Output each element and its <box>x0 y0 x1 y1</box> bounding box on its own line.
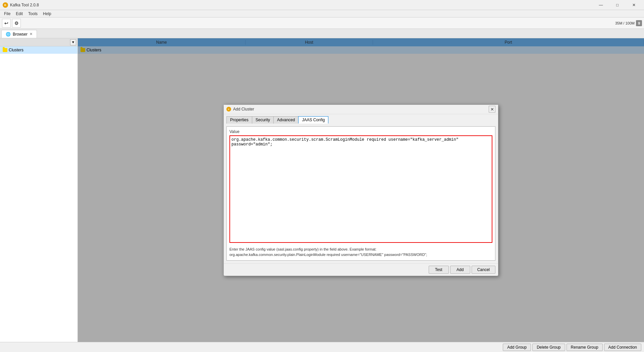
rename-group-button[interactable]: Rename Group <box>567 344 603 351</box>
dialog-close-button[interactable]: ✕ <box>489 106 495 113</box>
menu-tools[interactable]: Tools <box>25 11 40 17</box>
tab-browser-close[interactable]: ✕ <box>30 32 33 36</box>
menu-file[interactable]: File <box>1 11 13 17</box>
add-cluster-dialog: K Add Cluster ✕ Properties Security Adva… <box>223 104 498 276</box>
sidebar: ▼ Clusters <box>0 38 78 342</box>
tab-properties-label: Properties <box>230 118 249 122</box>
sidebar-collapse-btn[interactable]: ▼ <box>70 39 76 45</box>
menu-bar: File Edit Tools Help <box>0 10 644 17</box>
sidebar-item-clusters[interactable]: Clusters <box>0 46 77 54</box>
add-group-button[interactable]: Add Group <box>503 344 531 351</box>
help-text-line1: Enter the JAAS config value (sasl.jaas.c… <box>229 247 376 251</box>
window-controls: — □ ✕ <box>593 0 641 10</box>
main-layout: ▼ Clusters Name Host Port Clusters <box>0 38 644 342</box>
toolbar: ↩ ⚙ 35M / 100M 🗑 <box>0 17 644 29</box>
dialog-inner: Value Enter the JAAS config value (sasl.… <box>226 126 495 261</box>
memory-icon: 🗑 <box>636 20 642 26</box>
dialog-title-bar: K Add Cluster ✕ <box>224 105 498 114</box>
delete-group-button[interactable]: Delete Group <box>532 344 565 351</box>
tab-browser-label: Browser <box>13 32 28 37</box>
tab-bar: 🌐 Browser ✕ <box>0 29 644 38</box>
app-title: Kafka Tool 2.0.8 <box>10 3 593 7</box>
tab-advanced[interactable]: Advanced <box>273 116 299 124</box>
toolbar-btn-2[interactable]: ⚙ <box>12 19 21 28</box>
tab-jaas-config-label: JAAS Config <box>302 118 325 122</box>
content-area: Name Host Port Clusters K Add Cluster ✕ <box>78 38 644 342</box>
test-button[interactable]: Test <box>429 266 449 274</box>
menu-help[interactable]: Help <box>40 11 54 17</box>
dialog-overlay: K Add Cluster ✕ Properties Security Adva… <box>78 38 644 342</box>
sidebar-clusters-label: Clusters <box>9 48 23 52</box>
dialog-tabs: Properties Security Advanced JAAS Config <box>224 114 498 124</box>
maximize-button[interactable]: □ <box>610 0 625 10</box>
app-icon: K <box>3 2 8 8</box>
tab-security-label: Security <box>256 118 270 122</box>
dialog-title-icon: K <box>226 107 231 112</box>
value-textarea[interactable] <box>229 135 492 243</box>
tab-browser-icon: 🌐 <box>6 32 11 37</box>
sidebar-header: ▼ <box>0 38 77 46</box>
help-text-line2: org.apache.kafka.common.security.plain.P… <box>229 253 427 257</box>
toolbar-btn-1[interactable]: ↩ <box>2 19 11 28</box>
tab-browser[interactable]: 🌐 Browser ✕ <box>1 30 37 38</box>
add-connection-button[interactable]: Add Connection <box>604 344 641 351</box>
minimize-button[interactable]: — <box>593 0 608 10</box>
tab-jaas-config[interactable]: JAAS Config <box>298 116 328 124</box>
tab-properties[interactable]: Properties <box>226 116 252 124</box>
dialog-content: Value Enter the JAAS config value (sasl.… <box>224 124 498 263</box>
tab-advanced-label: Advanced <box>277 118 295 122</box>
cancel-button[interactable]: Cancel <box>472 266 495 274</box>
add-button[interactable]: Add <box>450 266 470 274</box>
bottom-bar: Add Group Delete Group Rename Group Add … <box>0 342 644 352</box>
memory-text: 35M / 100M <box>615 21 635 25</box>
dialog-title-text: Add Cluster <box>233 107 489 112</box>
help-text: Enter the JAAS config value (sasl.jaas.c… <box>229 247 492 258</box>
menu-edit[interactable]: Edit <box>13 11 25 17</box>
memory-indicator: 35M / 100M 🗑 <box>615 20 642 26</box>
folder-icon <box>3 48 7 52</box>
tab-security[interactable]: Security <box>252 116 274 124</box>
close-button[interactable]: ✕ <box>626 0 641 10</box>
title-bar: K Kafka Tool 2.0.8 — □ ✕ <box>0 0 644 10</box>
value-label: Value <box>229 129 492 134</box>
dialog-footer: Test Add Cancel <box>224 263 498 276</box>
